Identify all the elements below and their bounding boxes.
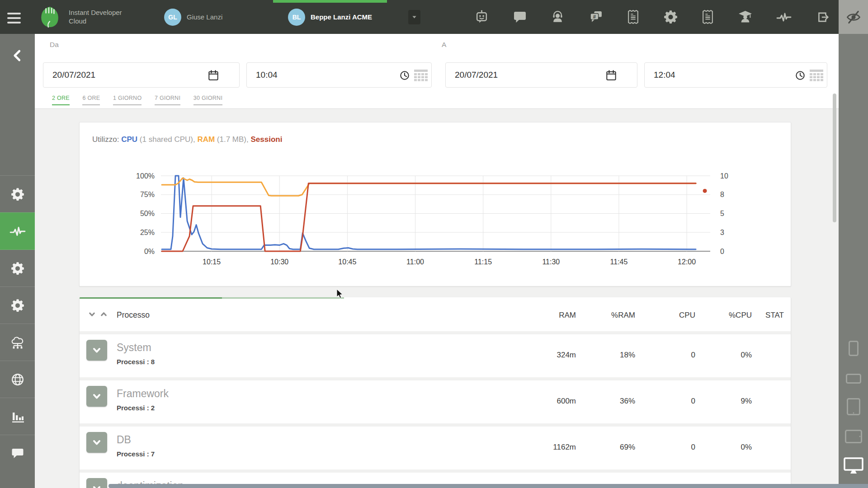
svg-text:11:30: 11:30 [542,258,560,266]
sidebar-item-analytics[interactable] [0,398,35,435]
range-6h[interactable]: 6 ORE [82,95,100,105]
chart-legend-ram-note: (1.7 MB), [215,135,250,144]
assistant-robot-icon[interactable] [475,10,489,24]
chat-bubble-icon [11,448,24,460]
range-1d[interactable]: 1 GIORNO [113,95,142,105]
cell-ram-pct: 69% [585,443,635,452]
table-row: DB Processi : 7 1162m 69% 0 0% [80,423,791,469]
chart-legend-cpu: CPU [121,135,137,144]
process-count: Processi : 2 [117,404,155,412]
account-avatar: BL [288,9,305,26]
expand-row-button[interactable] [86,386,107,407]
to-time-input[interactable]: 12:04 [644,62,827,88]
gear-icon [11,262,24,275]
expand-row-button[interactable] [86,340,107,361]
app-title: Instant Developer Cloud [69,8,122,25]
col-stat: STAT [757,311,784,320]
account-dropdown-button[interactable] [408,10,420,24]
col-cpu-pct: %CPU [704,311,752,320]
clock-icon[interactable] [795,70,805,80]
expand-row-button[interactable] [86,432,107,453]
sidebar-item-settings-2[interactable] [0,249,35,287]
desktop-monitor-icon[interactable] [839,453,868,479]
quick-range-links: 2 ORE 6 ORE 1 GIORNO 7 GIORNI 30 GIORNI [52,94,233,105]
sidebar-item-cloud-services[interactable] [0,324,35,361]
vertical-scrollbar-thumb[interactable] [833,94,836,222]
account-chip[interactable]: BL Beppe Lanzi ACME [288,0,372,34]
to-date-value: 20/07/2021 [455,70,498,80]
table-progress-segment-light [222,297,344,299]
range-2h[interactable]: 2 ORE [52,95,70,105]
sort-ascending-icon[interactable] [99,310,108,319]
svg-text:0%: 0% [144,248,155,255]
chat-icon[interactable] [513,11,527,23]
left-sidebar [0,34,35,488]
process-count: Processi : 8 [117,358,155,366]
globe-icon [11,373,24,386]
expand-row-button[interactable] [86,478,107,488]
calendar-icon[interactable] [606,70,617,81]
gear-icon [11,188,24,201]
usage-line-chart: 100%1075%850%525%30%010:1510:3010:4511:0… [80,172,791,281]
process-count: Processi : 7 [117,450,155,458]
svg-text:10:30: 10:30 [270,258,288,266]
academy-graduate-icon[interactable] [738,10,752,23]
tablet-landscape-icon[interactable] [839,424,868,449]
user-chip[interactable]: GL Giuse Lanzi [164,0,222,34]
menu-button[interactable] [7,10,21,26]
settings-gear-icon[interactable] [664,10,678,24]
sidebar-item-settings-3[interactable] [0,286,35,324]
cell-ram-pct: 36% [585,397,635,406]
preview-visibility-toggle[interactable] [839,0,868,34]
calendar-icon[interactable] [208,70,219,81]
col-processo: Processo [117,310,150,320]
collapse-back-button[interactable] [0,38,35,72]
svg-text:75%: 75% [140,191,155,198]
from-time-input[interactable]: 10:04 [246,62,432,88]
sort-descending-icon[interactable] [88,310,96,319]
svg-text:10: 10 [720,172,728,180]
chevron-down-icon [91,483,102,488]
sidebar-item-feedback[interactable] [0,435,35,472]
time-grid-icon[interactable] [414,70,428,81]
caret-down-icon [411,14,418,21]
horizontal-scrollbar[interactable] [108,484,868,488]
chevron-down-icon [91,345,102,356]
channels-hashtag-icon[interactable] [589,10,603,23]
support-headset-icon[interactable] [551,10,565,24]
from-label: Da [50,41,59,49]
cell-ram-pct: 18% [585,351,635,360]
clock-icon[interactable] [400,70,410,80]
cell-cpu-pct: 9% [704,397,752,406]
chart-legend-ram: RAM [197,135,215,144]
cloud-network-icon [10,335,25,350]
sidebar-item-settings-1[interactable] [0,175,35,213]
phone-landscape-icon[interactable] [839,366,868,391]
table-row: System Processi : 8 324m 18% 0 0% [80,331,791,377]
logout-exit-icon[interactable] [816,10,830,24]
svg-text:50%: 50% [140,210,155,217]
to-date-input[interactable]: 20/07/2021 [445,62,637,88]
from-time-value: 10:04 [256,70,278,80]
svg-text:5: 5 [720,210,724,217]
from-date-input[interactable]: 20/07/2021 [43,62,240,88]
range-7d[interactable]: 7 GIORNI [155,95,180,105]
tablet-portrait-icon[interactable] [839,394,868,419]
svg-text:11:15: 11:15 [474,258,492,266]
svg-text:8: 8 [720,191,724,198]
table-progress-segment-dark [80,297,222,299]
monitoring-pulse-icon[interactable] [776,11,792,23]
sidebar-item-monitoring[interactable] [0,212,35,250]
logs-receipt-icon[interactable] [702,9,714,24]
time-grid-icon[interactable] [810,70,823,81]
bar-chart-icon [11,410,24,423]
phone-portrait-icon[interactable] [839,336,868,361]
svg-text:100%: 100% [136,172,155,180]
billing-receipt-icon[interactable] [627,9,639,24]
range-30d[interactable]: 30 GIORNI [193,95,223,105]
sidebar-item-web[interactable] [0,361,35,398]
cell-ram: 600m [526,397,576,406]
cell-cpu: 0 [646,351,695,360]
pulse-icon [9,225,26,238]
svg-text:10:45: 10:45 [338,258,356,266]
